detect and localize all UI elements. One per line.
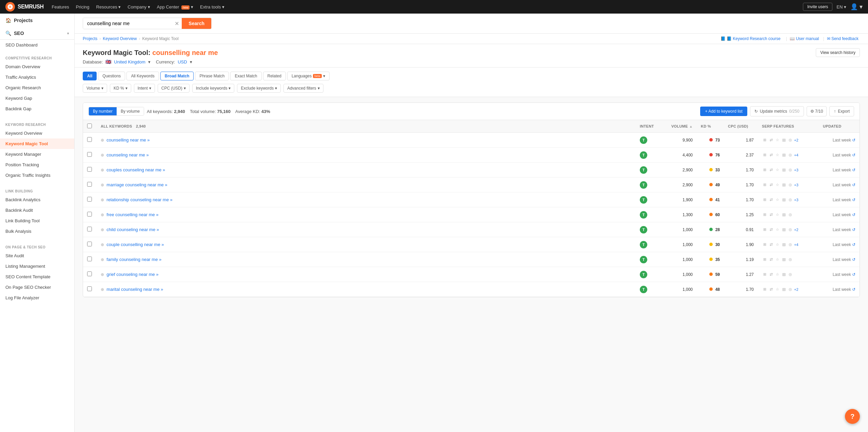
row-checkbox[interactable] [87, 271, 92, 276]
serp-icon-2[interactable]: ⇄ [768, 272, 774, 277]
view-search-history-button[interactable]: View search history [816, 48, 860, 57]
row-refresh-icon[interactable]: ↺ [852, 198, 855, 202]
serp-icon-5[interactable]: ◎ [788, 137, 793, 143]
keyword-link[interactable]: marriage counseling near me » [106, 182, 167, 187]
nav-features[interactable]: Features [52, 4, 69, 10]
volume-dropdown[interactable]: Volume ▾ [83, 84, 107, 93]
keyword-link[interactable]: free counselling near me » [106, 212, 158, 217]
serp-icon-1[interactable]: ⊞ [762, 257, 767, 262]
serp-icon-5[interactable]: ◎ [788, 287, 793, 292]
help-button[interactable]: ? [845, 409, 860, 424]
serp-icon-3[interactable]: ☆ [775, 287, 780, 292]
serp-icon-5[interactable]: ◎ [788, 152, 793, 158]
sidebar-item-backlink-analytics[interactable]: Backlink Analytics [0, 194, 74, 205]
row-refresh-icon[interactable]: ↺ [852, 212, 855, 217]
serp-icon-4[interactable]: ▤ [781, 227, 787, 232]
sidebar-item-seo-content-template[interactable]: SEO Content Template [0, 271, 74, 282]
sidebar-projects[interactable]: 🏠 Projects [0, 14, 74, 27]
serp-icon-3[interactable]: ☆ [775, 272, 780, 277]
row-checkbox[interactable] [87, 137, 92, 142]
sidebar-item-keyword-magic-tool[interactable]: Keyword Magic Tool [0, 138, 74, 149]
serp-icon-2[interactable]: ⇄ [768, 287, 774, 292]
th-volume[interactable]: Volume ▲ [663, 121, 697, 132]
sidebar-item-domain-overview[interactable]: Domain Overview [0, 61, 74, 72]
serp-icon-4[interactable]: ▤ [781, 182, 787, 188]
serp-icon-1[interactable]: ⊞ [762, 152, 767, 158]
serp-icon-2[interactable]: ⇄ [768, 167, 774, 173]
row-checkbox[interactable] [87, 286, 92, 291]
serp-icon-1[interactable]: ⊞ [762, 182, 767, 188]
view-by-number-button[interactable]: By number [89, 107, 117, 115]
languages-filter[interactable]: Languages beta ▾ [287, 72, 330, 80]
row-checkbox[interactable] [87, 212, 92, 217]
serp-icon-2[interactable]: ⇄ [768, 137, 774, 143]
sidebar-item-keyword-overview[interactable]: Keyword Overview [0, 128, 74, 138]
keyword-link[interactable]: relationship counseling near me » [106, 197, 172, 202]
keyword-link[interactable]: couple counselling near me » [106, 242, 164, 247]
serp-icon-2[interactable]: ⇄ [768, 182, 774, 188]
keyword-link[interactable]: marital counseling near me » [106, 287, 163, 292]
sidebar-item-site-audit[interactable]: Site Audit [0, 250, 74, 261]
row-refresh-icon[interactable]: ↺ [852, 227, 855, 232]
sidebar-item-seo-dashboard[interactable]: SEO Dashboard [0, 40, 74, 50]
serp-plus[interactable]: +3 [794, 198, 798, 202]
serp-icon-3[interactable]: ☆ [775, 167, 780, 173]
serp-icon-3[interactable]: ☆ [775, 212, 780, 218]
filter-tab-broad-match[interactable]: Broad Match [160, 72, 194, 80]
database-value[interactable]: United Kingdom [114, 59, 145, 64]
user-manual-link[interactable]: 📖 User manual [790, 36, 819, 41]
serp-icon-1[interactable]: ⊞ [762, 167, 767, 173]
serp-icon-4[interactable]: ▤ [781, 212, 787, 218]
serp-icon-4[interactable]: ▤ [781, 287, 787, 292]
keyword-link[interactable]: child counseling near me » [106, 227, 159, 232]
row-checkbox[interactable] [87, 242, 92, 246]
row-refresh-icon[interactable]: ↺ [852, 272, 855, 277]
serp-icon-5[interactable]: ◎ [788, 257, 793, 262]
settings-button[interactable]: ⚙ 7/10 [807, 106, 827, 116]
serp-icon-5[interactable]: ◎ [788, 197, 793, 203]
invite-users-button[interactable]: Invite users [803, 3, 832, 11]
sidebar-seo-section[interactable]: 🔍 SEO ▾ [0, 27, 74, 40]
keyword-link[interactable]: counseling near me » [106, 152, 149, 157]
advanced-filters-dropdown[interactable]: Advanced filters ▾ [283, 84, 323, 93]
serp-icon-2[interactable]: ⇄ [768, 152, 774, 158]
export-button[interactable]: ↑ Export [829, 106, 854, 116]
serp-plus[interactable]: +2 [794, 287, 798, 292]
nav-app-center[interactable]: App Center new ▾ [157, 4, 194, 10]
serp-icon-4[interactable]: ▤ [781, 257, 787, 262]
add-to-keyword-list-button[interactable]: + Add to keyword list [700, 107, 747, 116]
sidebar-item-log-file-analyzer[interactable]: Log File Analyzer [0, 293, 74, 303]
sidebar-item-link-building-tool[interactable]: Link Building Tool [0, 215, 74, 226]
serp-icon-2[interactable]: ⇄ [768, 212, 774, 218]
row-checkbox[interactable] [87, 257, 92, 261]
serp-icon-2[interactable]: ⇄ [768, 257, 774, 262]
serp-icon-3[interactable]: ☆ [775, 137, 780, 143]
keyword-link[interactable]: counselling near me » [106, 137, 150, 143]
sidebar-item-traffic-analytics[interactable]: Traffic Analytics [0, 72, 74, 82]
row-checkbox[interactable] [87, 182, 92, 187]
serp-plus[interactable]: +3 [794, 183, 798, 187]
breadcrumb-projects[interactable]: Projects [83, 36, 97, 41]
serp-icon-3[interactable]: ☆ [775, 242, 780, 247]
select-all-checkbox[interactable] [87, 124, 92, 128]
serp-icon-3[interactable]: ☆ [775, 152, 780, 158]
serp-icon-4[interactable]: ▤ [781, 272, 787, 277]
sidebar-item-position-tracking[interactable]: Position Tracking [0, 159, 74, 170]
user-menu[interactable]: 👤 ▾ [850, 3, 863, 11]
serp-icon-3[interactable]: ☆ [775, 227, 780, 232]
view-by-volume-button[interactable]: By volume [117, 107, 144, 115]
serp-icon-1[interactable]: ⊞ [762, 242, 767, 247]
filter-tab-phrase-match[interactable]: Phrase Match [195, 72, 229, 80]
breadcrumb-keyword-overview[interactable]: Keyword Overview [103, 36, 137, 41]
serp-icon-1[interactable]: ⊞ [762, 272, 767, 277]
serp-icon-5[interactable]: ◎ [788, 182, 793, 188]
filter-tab-related[interactable]: Related [263, 72, 286, 80]
search-clear-icon[interactable]: ✕ [172, 20, 182, 27]
serp-icon-3[interactable]: ☆ [775, 257, 780, 262]
sidebar-item-backlink-audit[interactable]: Backlink Audit [0, 205, 74, 215]
serp-icon-1[interactable]: ⊞ [762, 137, 767, 143]
serp-icon-3[interactable]: ☆ [775, 182, 780, 188]
serp-icon-4[interactable]: ▤ [781, 152, 787, 158]
serp-plus[interactable]: +3 [794, 168, 798, 172]
serp-icon-4[interactable]: ▤ [781, 137, 787, 143]
